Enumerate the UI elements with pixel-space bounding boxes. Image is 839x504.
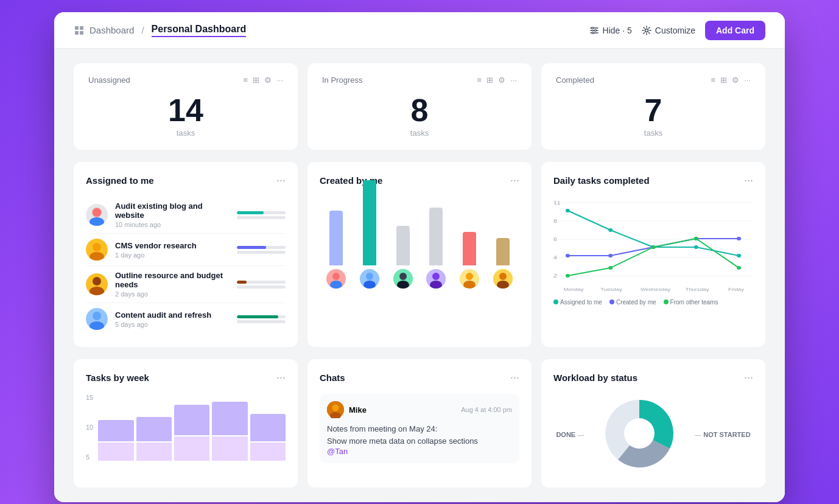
assigned-menu[interactable]: ··· — [276, 174, 286, 187]
gear-icon — [642, 26, 651, 35]
done-arrow: — — [578, 432, 584, 438]
customize-button[interactable]: Customize — [642, 26, 695, 35]
breadcrumb-root[interactable]: Dashboard — [90, 25, 134, 35]
svg-point-21 — [93, 312, 101, 320]
svg-text:Friday: Friday — [728, 287, 745, 292]
workload-card: Workload by status ··· DONE — — [541, 359, 765, 488]
y-label: 15 — [86, 394, 93, 401]
bar-seg — [250, 443, 286, 461]
stat-card-unassigned: Unassigned ≡ ⊞ ⚙ ··· 14 tasks — [74, 63, 298, 150]
chats-menu[interactable]: ··· — [510, 371, 519, 384]
done-label: DONE — — [556, 431, 584, 438]
filter-icon[interactable]: ≡ — [244, 75, 248, 85]
svg-point-8 — [594, 29, 596, 31]
svg-rect-1 — [80, 26, 83, 30]
svg-point-61 — [566, 274, 570, 278]
avatar — [86, 204, 108, 226]
task-item: CMS vendor research 1 day ago — [86, 234, 286, 266]
svg-point-57 — [608, 254, 613, 257]
bar-seg — [98, 420, 133, 441]
stat-title-unassigned: Unassigned — [88, 75, 130, 85]
chart-legend: Assigned to me Created by me From other … — [553, 299, 753, 306]
app-container: Dashboard / Personal Dashboard Hide · 5 — [54, 12, 785, 502]
bar-avatar — [393, 269, 413, 289]
filter-icon[interactable]: ≡ — [711, 75, 716, 85]
svg-point-15 — [93, 243, 101, 251]
task-item: Audit existing blog and website 10 minut… — [86, 197, 286, 234]
stat-card-inprogress: In Progress ≡ ⊞ ⚙ ··· 8 tasks — [307, 63, 532, 150]
task-name: Outline resource and budget needs — [115, 271, 230, 289]
svg-point-52 — [608, 228, 613, 232]
workload-title: Workload by status — [553, 373, 637, 383]
svg-text:8: 8 — [553, 218, 557, 224]
more-icon[interactable]: ··· — [744, 75, 751, 85]
svg-point-33 — [432, 273, 440, 280]
svg-point-39 — [499, 273, 507, 280]
sliders-icon — [589, 26, 599, 35]
more-icon[interactable]: ··· — [276, 75, 283, 85]
pie-chart-area: DONE — — [553, 394, 753, 475]
hide-button[interactable]: Hide · 5 — [589, 26, 632, 35]
dashboard-icon — [74, 25, 85, 36]
settings-icon[interactable]: ⚙ — [498, 75, 505, 85]
bar — [496, 238, 510, 265]
bar — [363, 180, 376, 265]
chats-card: Chats ··· Mike Aug 4 at 4:00 pm Notes fr… — [307, 359, 532, 488]
settings-icon[interactable]: ⚙ — [732, 75, 739, 85]
svg-point-30 — [399, 273, 407, 280]
svg-point-63 — [651, 245, 655, 249]
svg-point-51 — [566, 209, 570, 212]
svg-point-24 — [332, 273, 340, 280]
tasks-by-week-menu[interactable]: ··· — [276, 371, 286, 384]
add-card-button[interactable]: Add Card — [705, 21, 765, 40]
svg-rect-0 — [75, 26, 79, 30]
stat-title-inprogress: In Progress — [322, 75, 362, 85]
not-started-text: NOT STARTED — [703, 431, 750, 438]
legend-other: From other teams — [670, 299, 718, 306]
stat-number-completed: 7 — [556, 94, 751, 126]
avatar — [86, 273, 108, 295]
chat-mention[interactable]: @Tan — [327, 447, 512, 456]
svg-point-60 — [737, 237, 741, 240]
svg-point-65 — [737, 266, 741, 270]
stat-number-inprogress: 8 — [322, 94, 517, 126]
stat-label-completed: tasks — [556, 128, 751, 138]
task-time: 2 days ago — [115, 290, 230, 298]
breadcrumb: Dashboard / Personal Dashboard — [74, 24, 246, 37]
svg-text:Thursday: Thursday — [686, 287, 710, 292]
svg-point-64 — [694, 237, 698, 240]
svg-point-27 — [366, 273, 373, 280]
filter-icon[interactable]: ≡ — [477, 75, 482, 85]
chats-title: Chats — [320, 373, 345, 383]
expand-icon[interactable]: ⊞ — [253, 75, 259, 85]
svg-point-54 — [694, 245, 698, 249]
breadcrumb-separator: / — [141, 25, 144, 35]
svg-point-55 — [737, 254, 741, 257]
svg-text:4: 4 — [553, 254, 557, 261]
legend-assigned: Assigned to me — [560, 299, 602, 306]
pie-chart — [594, 394, 685, 475]
chat-avatar — [327, 401, 344, 418]
main-content: Unassigned ≡ ⊞ ⚙ ··· 14 tasks In Progres… — [54, 49, 785, 502]
bar — [329, 211, 343, 265]
y-label: 5 — [86, 453, 93, 461]
svg-point-9 — [592, 32, 594, 33]
settings-icon[interactable]: ⚙ — [264, 75, 272, 85]
daily-tasks-menu[interactable]: ··· — [744, 174, 753, 187]
expand-icon[interactable]: ⊞ — [720, 75, 727, 85]
avatar — [86, 308, 108, 330]
bar-avatar — [426, 269, 446, 289]
bar-avatar — [326, 269, 346, 289]
svg-rect-2 — [75, 31, 79, 35]
workload-menu[interactable]: ··· — [744, 371, 753, 384]
created-by-me-card: Created by me ··· — [307, 162, 532, 347]
bar-seg — [250, 414, 286, 441]
avatar — [86, 239, 108, 261]
expand-icon[interactable]: ⊞ — [486, 75, 493, 85]
stats-row: Unassigned ≡ ⊞ ⚙ ··· 14 tasks In Progres… — [74, 63, 765, 150]
svg-text:2: 2 — [553, 273, 557, 279]
task-time: 5 days ago — [115, 321, 230, 328]
created-menu[interactable]: ··· — [510, 174, 519, 187]
bar-seg — [212, 436, 247, 461]
more-icon[interactable]: ··· — [510, 75, 517, 85]
